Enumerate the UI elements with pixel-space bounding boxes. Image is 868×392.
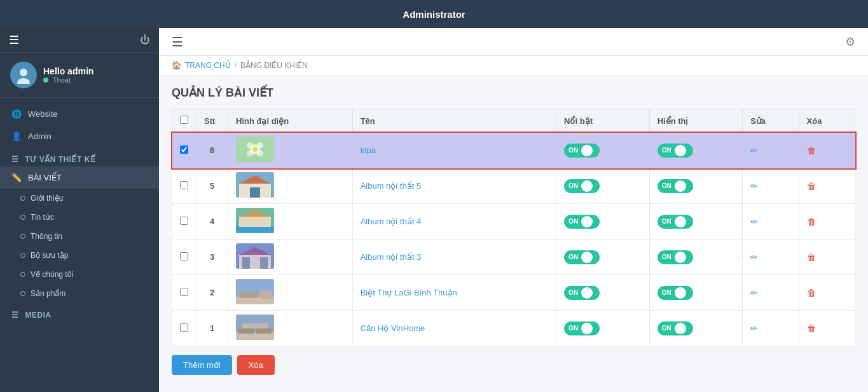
circle-icon [20,196,25,201]
row-name: ktpa [352,133,556,168]
hienthi-toggle-label: ON [660,253,673,260]
delete-button[interactable]: Xóa [237,355,275,375]
top-bar: Administrator [0,0,868,28]
row-stt: 6 [196,133,228,168]
hienthi-toggle-label: ON [660,218,673,225]
noibat-toggle[interactable]: ON [564,286,600,300]
row-checkbox-cell [172,133,196,168]
topbar-gear-icon[interactable]: ⚙ [845,35,855,49]
row-hienthi: ON [649,240,743,275]
row-stt: 2 [196,275,228,311]
logout-link[interactable]: Thoát [43,76,93,84]
noibat-toggle[interactable]: ON [564,179,600,193]
svg-rect-21 [260,257,268,269]
row-name: Album nội thất 5 [352,168,556,204]
row-name-link[interactable]: Album nội thất 4 [361,217,422,226]
row-name-link[interactable]: Căn Hộ VinHome [361,323,425,333]
hienthi-toggle[interactable]: ON [658,144,693,158]
row-name-link[interactable]: ktpa [361,145,376,155]
svg-rect-28 [238,328,254,334]
sidebar-item-tuvan[interactable]: ☰ TƯ VẤN THIẾT KẾ [0,147,159,166]
svg-point-4 [252,147,258,152]
noibat-toggle[interactable]: ON [564,321,600,335]
delete-row-icon[interactable]: 🗑 [807,323,816,334]
row-checkbox-cell [172,168,196,204]
svg-rect-20 [242,257,250,269]
articles-table: Stt Hình đại diện Tên Nổi bật Hiển thị S… [172,109,855,346]
delete-row-icon[interactable]: 🗑 [807,145,816,156]
sidebar-sub-vechungtoi[interactable]: Về chúng tôi [0,265,159,284]
noibat-toggle-label: ON [567,325,580,332]
col-xoa: Xóa [799,109,855,133]
svg-rect-12 [250,187,260,198]
sidebar-sub-gioithieu[interactable]: Giới thiệu [0,189,159,208]
edit-icon[interactable]: ✏ [750,181,758,191]
circle-icon [20,291,25,296]
hienthi-toggle-knob [675,145,686,156]
row-checkbox[interactable] [180,323,188,332]
delete-row-icon[interactable]: 🗑 [807,181,816,191]
sidebar-item-baiviet[interactable]: ✏️ BÀI VIẾT [0,166,159,189]
row-checkbox[interactable] [180,145,188,154]
hienthi-toggle[interactable]: ON [658,286,693,300]
sidebar-top-controls: ☰ ⏻ [0,28,159,53]
row-name-link[interactable]: Biệt Thự LaGi Bình Thuận [361,288,457,297]
user-info: Hello admin Thoát [43,66,93,84]
row-delete: 🗑 [799,311,855,346]
svg-point-1 [17,78,30,84]
sidebar-sub-tintuc[interactable]: Tin tức [0,208,159,227]
sidebar-sub-sanpham[interactable]: Sản phẩm [0,284,159,303]
delete-row-icon[interactable]: 🗑 [807,252,816,262]
row-checkbox[interactable] [180,288,188,296]
hienthi-toggle[interactable]: ON [658,215,693,229]
edit-icon[interactable]: ✏ [750,252,758,262]
col-sua: Sửa [743,109,799,133]
sidebar-item-media[interactable]: ☰ MEDIA [0,303,159,322]
row-checkbox[interactable] [180,252,188,260]
table-row: 2 Biệt Thự LaGi Bình Thuận ON ON ✏ [172,275,855,311]
row-checkbox[interactable] [180,181,188,189]
hienthi-toggle[interactable]: ON [658,250,693,264]
noibat-toggle[interactable]: ON [564,144,600,158]
content-area: ☰ ⚙ 🏠 TRANG CHỦ / BẢNG ĐIỀU KHIỂN QUẢN L… [159,28,868,392]
row-noibat: ON [556,275,650,311]
edit-icon[interactable]: ✏ [750,145,758,156]
row-noibat: ON [556,204,650,240]
sidebar: ☰ ⏻ Hello admin Thoát 🌐 [0,28,159,392]
row-name-link[interactable]: Album nội thất 5 [361,181,422,191]
breadcrumb-home[interactable]: TRANG CHỦ [185,61,231,70]
delete-row-icon[interactable]: 🗑 [807,288,816,298]
edit-icon[interactable]: ✏ [750,323,758,334]
add-button[interactable]: Thêm mới [172,355,232,375]
sidebar-hamburger-icon[interactable]: ☰ [9,33,19,47]
noibat-toggle[interactable]: ON [564,250,600,264]
svg-point-0 [20,69,27,76]
delete-row-icon[interactable]: 🗑 [807,217,816,227]
edit-icon[interactable]: ✏ [750,217,758,227]
noibat-toggle-label: ON [567,289,580,296]
row-name: Biệt Thự LaGi Bình Thuận [352,275,556,311]
row-checkbox[interactable] [180,217,188,225]
hienthi-toggle-knob [675,287,686,299]
sidebar-item-website[interactable]: 🌐 Website [0,103,159,125]
select-all-checkbox[interactable] [180,116,188,124]
power-icon[interactable]: ⏻ [140,34,150,46]
hienthi-toggle-label: ON [660,325,673,332]
topbar-hamburger-icon[interactable]: ☰ [172,34,183,50]
hienthi-toggle[interactable]: ON [658,179,693,193]
sidebar-sub-bosuutap[interactable]: Bộ sưu tập [0,246,159,265]
row-name-link[interactable]: Album nội thất 3 [361,252,422,262]
noibat-toggle[interactable]: ON [564,215,600,229]
svg-point-5 [247,142,253,149]
table-row: 4 Album nội thất 4 ON ON ✏ � [172,204,855,240]
row-thumb [228,168,353,204]
edit-icon[interactable]: ✏ [750,288,758,298]
noibat-toggle-label: ON [567,182,580,189]
noibat-toggle-label: ON [567,147,580,154]
sidebar-item-admin[interactable]: 👤 Admin [0,125,159,147]
sidebar-sub-thongtin[interactable]: Thông tin [0,227,159,246]
row-delete: 🗑 [799,168,855,204]
user-name: Hello admin [43,66,93,76]
hienthi-toggle[interactable]: ON [658,321,693,335]
top-bar-title: Administrator [403,9,465,20]
